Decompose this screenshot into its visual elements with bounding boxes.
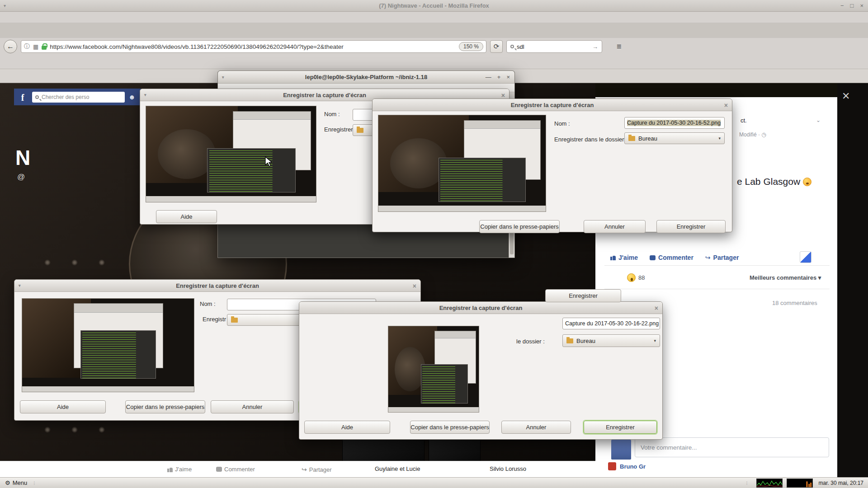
minimize-button[interactable]: — xyxy=(486,74,491,80)
video-caption[interactable]: Guylaine et Lucie xyxy=(375,465,420,472)
folder-label: Enregistrer dans le dossier : xyxy=(554,136,627,143)
folder-icon xyxy=(357,128,363,133)
clock[interactable]: mar. 30 mai, 20:17 xyxy=(817,480,863,486)
save-button[interactable]: Enregistrer xyxy=(656,220,726,233)
copy-clipboard-button[interactable]: Copier dans le presse-papiers xyxy=(479,220,560,233)
window-menu-icon[interactable]: ▾ xyxy=(144,93,146,97)
dialog-titlebar[interactable]: Enregistrer la capture d'écran × xyxy=(373,99,732,111)
post-text: e Lab Glasgow xyxy=(737,176,811,187)
folder-icon xyxy=(628,136,635,141)
like-button[interactable]: J'aime xyxy=(610,254,638,261)
share-button[interactable]: ↪Partager xyxy=(705,254,739,261)
zoom-indicator[interactable]: 150 % xyxy=(459,42,483,51)
window-menu-icon[interactable]: ▾ xyxy=(222,75,224,80)
name-label: Nom : xyxy=(324,111,340,117)
close-icon[interactable]: × xyxy=(501,92,505,99)
close-button[interactable]: × xyxy=(860,2,863,9)
facebook-logo[interactable]: f xyxy=(17,91,28,103)
page-info-icon[interactable]: ⓘ xyxy=(24,42,30,51)
sort-comments-button[interactable]: Meilleurs commentaires ▾ xyxy=(750,274,821,281)
panel-separator: ⋮ xyxy=(33,479,35,487)
filename-field[interactable]: Capture du 2017-05-30 20-16-52.png xyxy=(624,117,725,129)
modified-label: Modifié · ◷ xyxy=(739,131,766,138)
post-meta-fragment: ct. xyxy=(741,117,747,124)
chevron-down-icon[interactable]: ⌄ xyxy=(816,117,821,123)
maximize-button[interactable]: □ xyxy=(850,2,854,9)
close-theater-icon[interactable]: ✕ xyxy=(842,90,850,102)
copy-clipboard-button[interactable]: Copier dans le presse-papiers xyxy=(410,421,490,434)
copy-clipboard-button[interactable]: Copier dans le presse-papiers xyxy=(125,400,205,413)
folder-label: le dossier : xyxy=(516,338,545,345)
cancel-button[interactable]: Annuler xyxy=(211,400,294,413)
facebook-bottom-strip: J'aime Commenter ↪Partager Guylaine et L… xyxy=(0,461,595,477)
bookmarks-toolbar xyxy=(0,55,868,69)
video-caption[interactable]: Silvio Lorusso xyxy=(490,465,526,472)
cpu-graph[interactable] xyxy=(756,479,783,488)
theater-edge: ✕ xyxy=(837,83,868,477)
close-icon[interactable]: × xyxy=(724,102,728,109)
divider xyxy=(604,289,830,289)
commenter-name[interactable]: Bruno Gr xyxy=(620,463,646,470)
search-go-icon[interactable]: → xyxy=(592,43,598,50)
profile-icon[interactable]: ☻ xyxy=(128,93,136,101)
screenshot-preview xyxy=(22,298,194,392)
search-icon xyxy=(35,95,39,99)
dialog-titlebar[interactable]: ▾ Enregistrer la capture d'écran × xyxy=(14,280,420,292)
like-icon xyxy=(167,467,173,472)
reactions[interactable]: 88 xyxy=(627,273,645,282)
close-button[interactable]: × xyxy=(506,74,510,80)
taskbar: ⚙ Menu ⋮ ⋮ mar. 30 mai, 20:17 xyxy=(0,477,868,488)
share-button[interactable]: ↪Partager xyxy=(302,466,332,473)
comment-input[interactable]: Votre commentaire... xyxy=(635,437,829,457)
menu-hamburger-icon[interactable]: ≡ xyxy=(617,42,622,52)
cancel-button[interactable]: Annuler xyxy=(501,421,571,434)
like-button[interactable]: J'aime xyxy=(167,466,192,473)
screenshot-preview xyxy=(378,115,546,212)
help-button[interactable]: Aide xyxy=(304,421,390,434)
help-button[interactable]: Aide xyxy=(156,210,217,223)
close-icon[interactable]: × xyxy=(413,282,416,290)
comment-button[interactable]: Commenter xyxy=(216,466,255,473)
facebook-search[interactable]: Chercher des perso xyxy=(32,92,125,103)
comment-icon xyxy=(650,255,656,260)
system-tray: ⋮ mar. 30 mai, 20:17 xyxy=(746,479,866,488)
firefox-titlebar: ▾ (7) Nightwave - Accueil - Mozilla Fire… xyxy=(0,0,868,12)
save-button[interactable]: Enregistrer xyxy=(584,421,657,434)
maximize-button[interactable]: + xyxy=(497,74,501,80)
page-icon[interactable]: ▦ xyxy=(33,43,38,50)
page-title-fragment: N xyxy=(15,145,30,170)
avatar xyxy=(611,440,631,460)
net-graph[interactable] xyxy=(787,479,813,488)
cancel-button[interactable]: Annuler xyxy=(584,220,646,233)
back-button[interactable]: ← xyxy=(4,40,17,53)
dialog-titlebar[interactable]: Enregistrer la capture d'écran × xyxy=(299,302,662,314)
name-label: Nom : xyxy=(200,300,216,307)
divider xyxy=(604,265,830,266)
folder-icon xyxy=(566,338,573,343)
screenshot-preview xyxy=(146,106,316,202)
folder-dropdown[interactable]: Bureau▾ xyxy=(624,132,725,144)
commenter-row[interactable]: Bruno Gr xyxy=(608,462,646,470)
url-field[interactable]: ⓘ ▦ https://www.facebook.com/Nightwave80… xyxy=(21,40,486,53)
save-post-icon[interactable] xyxy=(800,251,811,263)
search-value[interactable]: sdl xyxy=(517,43,590,50)
share-icon: ↪ xyxy=(705,254,711,261)
help-button[interactable]: Aide xyxy=(20,400,106,413)
save-button-hidden-dialog[interactable]: Enregistrer xyxy=(545,289,621,302)
folder-dropdown[interactable]: Bureau▾ xyxy=(562,334,660,347)
filename-field[interactable]: Capture du 2017-05-30 20-16-22.png xyxy=(562,318,660,329)
facebook-search-placeholder: Chercher des perso xyxy=(42,94,89,100)
url-text[interactable]: https://www.facebook.com/Nightwave808/vi… xyxy=(50,43,456,50)
page-handle-fragment: @ xyxy=(17,173,25,182)
filename-value: Capture du 2017-05-30 20-16-22.png xyxy=(565,320,659,327)
comment-button[interactable]: Commenter xyxy=(650,254,693,261)
menu-button[interactable]: ⚙ Menu xyxy=(2,479,30,488)
reload-button[interactable]: ⟳ xyxy=(490,40,503,53)
close-icon[interactable]: × xyxy=(655,305,658,312)
comment-placeholder: Votre commentaire... xyxy=(641,444,697,451)
panel-separator: ⋮ xyxy=(746,479,748,487)
minimize-button[interactable]: − xyxy=(840,2,844,9)
window-menu-icon[interactable]: ▾ xyxy=(19,283,21,288)
terminal-titlebar[interactable]: ▾ lep0le@lep0le-Skylake-Platform ~/ibniz… xyxy=(218,71,514,84)
search-field[interactable]: sdl → xyxy=(506,40,602,53)
